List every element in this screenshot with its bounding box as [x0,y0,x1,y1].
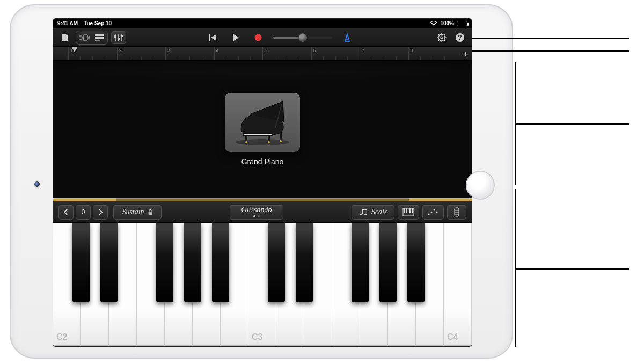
ruler-beat-tick [275,56,275,60]
ruler-bar-number: 7 [360,48,364,53]
svg-line-25 [444,34,445,35]
octave-down-button[interactable] [58,205,74,220]
svg-point-7 [114,35,116,37]
keyboard-range-button[interactable] [447,205,466,220]
ruler-beat-tick [396,56,397,60]
key-label: C4 [447,332,458,342]
add-section-button[interactable]: + [463,49,469,59]
ruler-beat-tick [129,56,129,60]
tracks-view-button[interactable] [92,32,106,43]
black-key[interactable] [296,223,313,302]
svg-rect-45 [404,208,405,213]
black-key[interactable] [352,223,369,302]
svg-rect-38 [148,212,152,215]
scale-label: Scale [371,208,387,216]
ruler-bar-number: 8 [408,48,413,53]
black-key[interactable] [184,223,201,302]
ruler-bar-number: 6 [311,48,316,53]
metronome-button[interactable] [340,31,355,44]
view-switch [76,31,108,45]
record-button[interactable] [251,31,266,44]
browser-button[interactable] [77,32,91,43]
black-key[interactable] [72,223,90,302]
ruler[interactable]: + 12345678 [53,47,472,61]
svg-point-36 [268,141,270,143]
ruler-beat-tick [299,56,299,60]
ruler-beat-tick [80,56,81,60]
svg-rect-48 [412,208,413,213]
sustain-button[interactable]: Sustain [113,205,162,220]
ruler-beat-tick [153,56,153,60]
notes-icon [358,208,368,216]
svg-line-24 [438,40,440,41]
svg-rect-1 [83,35,87,40]
sound-card[interactable]: Grand Piano [225,93,300,166]
svg-line-22 [438,34,440,35]
white-key[interactable]: C4 [444,223,472,347]
callout-leader [515,123,629,125]
svg-rect-2 [89,36,90,39]
black-key[interactable] [156,223,173,302]
callout-bracket [515,189,516,347]
black-key[interactable] [100,223,118,302]
svg-rect-4 [95,37,104,39]
svg-point-41 [364,213,367,215]
scale-button[interactable]: Scale [352,205,394,220]
svg-rect-47 [409,208,411,213]
svg-rect-0 [79,36,82,39]
octave-up-button[interactable] [93,205,108,220]
svg-marker-13 [211,34,216,41]
svg-point-35 [245,141,247,143]
glissando-button[interactable]: Glissando [230,205,283,220]
ruler-beat-tick [335,56,336,60]
svg-text:?: ? [458,34,462,41]
help-button[interactable]: ? [452,31,467,44]
svg-point-17 [441,37,443,39]
front-camera [34,181,40,187]
ruler-beat-tick [372,56,372,60]
settings-button[interactable] [434,31,449,44]
piano-keyboard[interactable]: C2C3C4 [53,223,472,347]
black-key[interactable] [407,223,425,302]
play-button[interactable] [228,31,243,44]
svg-point-15 [255,34,262,41]
ruler-bar-number: 1 [68,48,73,53]
svg-point-51 [434,209,435,210]
svg-point-37 [280,140,282,142]
sustain-label: Sustain [122,208,144,216]
status-time-date: 9:41 AM Tue Sep 10 [57,21,112,26]
control-bar: ? [53,28,472,47]
svg-rect-31 [244,134,272,135]
home-button[interactable] [466,171,495,200]
glissando-label: Glissando [241,206,272,214]
arpeggiator-button[interactable] [422,205,444,220]
ios-status-bar: 9:41 AM Tue Sep 10 100% [53,19,472,28]
ruler-beat-tick [384,56,384,60]
go-to-beginning-button[interactable] [206,31,221,44]
master-volume-slider[interactable] [273,37,332,39]
black-key[interactable] [212,223,229,302]
black-key[interactable] [379,223,397,302]
keyboard-layout-button[interactable] [398,205,419,220]
sound-name-label: Grand Piano [241,157,284,166]
page-dots-icon [253,215,260,217]
svg-point-11 [121,35,122,37]
ruler-bar-number: 4 [214,48,219,53]
my-songs-button[interactable] [57,31,72,44]
ipad-device: 9:41 AM Tue Sep 10 100% [10,4,513,359]
status-date: Tue Sep 10 [84,20,112,26]
ruler-beat-tick [420,56,421,60]
track-controls-button[interactable] [111,31,126,44]
svg-point-9 [118,38,119,39]
svg-rect-46 [406,208,407,213]
ruler-beat-tick [323,56,324,60]
ruler-beat-tick [189,56,190,60]
ruler-beat-tick [444,56,445,60]
black-key[interactable] [268,223,285,302]
key-label: C3 [252,332,262,342]
transport [206,31,355,44]
svg-marker-14 [233,34,239,41]
ruler-bar-number: 2 [117,48,122,53]
status-time: 9:41 AM [57,20,78,26]
svg-rect-5 [95,40,100,41]
